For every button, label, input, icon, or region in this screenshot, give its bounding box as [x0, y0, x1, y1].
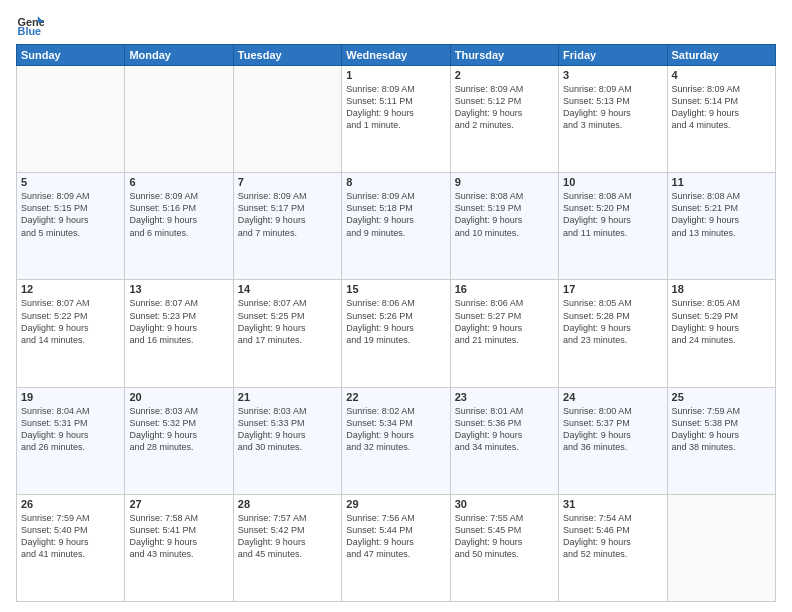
calendar-cell: 21Sunrise: 8:03 AM Sunset: 5:33 PM Dayli…: [233, 387, 341, 494]
day-info: Sunrise: 8:09 AM Sunset: 5:12 PM Dayligh…: [455, 83, 554, 132]
calendar-cell: 15Sunrise: 8:06 AM Sunset: 5:26 PM Dayli…: [342, 280, 450, 387]
calendar-cell: 9Sunrise: 8:08 AM Sunset: 5:19 PM Daylig…: [450, 173, 558, 280]
calendar-cell: 3Sunrise: 8:09 AM Sunset: 5:13 PM Daylig…: [559, 66, 667, 173]
day-info: Sunrise: 8:08 AM Sunset: 5:19 PM Dayligh…: [455, 190, 554, 239]
calendar-cell: 19Sunrise: 8:04 AM Sunset: 5:31 PM Dayli…: [17, 387, 125, 494]
calendar-cell: 11Sunrise: 8:08 AM Sunset: 5:21 PM Dayli…: [667, 173, 775, 280]
calendar-cell: 24Sunrise: 8:00 AM Sunset: 5:37 PM Dayli…: [559, 387, 667, 494]
calendar-cell: 8Sunrise: 8:09 AM Sunset: 5:18 PM Daylig…: [342, 173, 450, 280]
day-number: 22: [346, 391, 445, 403]
day-number: 25: [672, 391, 771, 403]
calendar-cell: 16Sunrise: 8:06 AM Sunset: 5:27 PM Dayli…: [450, 280, 558, 387]
day-number: 19: [21, 391, 120, 403]
day-info: Sunrise: 8:03 AM Sunset: 5:33 PM Dayligh…: [238, 405, 337, 454]
week-row-1: 1Sunrise: 8:09 AM Sunset: 5:11 PM Daylig…: [17, 66, 776, 173]
day-info: Sunrise: 8:02 AM Sunset: 5:34 PM Dayligh…: [346, 405, 445, 454]
weekday-header-row: SundayMondayTuesdayWednesdayThursdayFrid…: [17, 45, 776, 66]
calendar-cell: 31Sunrise: 7:54 AM Sunset: 5:46 PM Dayli…: [559, 494, 667, 601]
calendar-cell: 30Sunrise: 7:55 AM Sunset: 5:45 PM Dayli…: [450, 494, 558, 601]
calendar-cell: [17, 66, 125, 173]
calendar-cell: 29Sunrise: 7:56 AM Sunset: 5:44 PM Dayli…: [342, 494, 450, 601]
day-number: 17: [563, 283, 662, 295]
day-info: Sunrise: 8:01 AM Sunset: 5:36 PM Dayligh…: [455, 405, 554, 454]
day-info: Sunrise: 8:06 AM Sunset: 5:27 PM Dayligh…: [455, 297, 554, 346]
weekday-header-wednesday: Wednesday: [342, 45, 450, 66]
day-number: 13: [129, 283, 228, 295]
calendar-cell: 2Sunrise: 8:09 AM Sunset: 5:12 PM Daylig…: [450, 66, 558, 173]
day-number: 30: [455, 498, 554, 510]
page: General Blue SundayMondayTuesdayWednesda…: [0, 0, 792, 612]
calendar-table: SundayMondayTuesdayWednesdayThursdayFrid…: [16, 44, 776, 602]
calendar-cell: 14Sunrise: 8:07 AM Sunset: 5:25 PM Dayli…: [233, 280, 341, 387]
day-number: 27: [129, 498, 228, 510]
calendar-cell: 12Sunrise: 8:07 AM Sunset: 5:22 PM Dayli…: [17, 280, 125, 387]
calendar-cell: [233, 66, 341, 173]
calendar-cell: 28Sunrise: 7:57 AM Sunset: 5:42 PM Dayli…: [233, 494, 341, 601]
day-number: 8: [346, 176, 445, 188]
day-number: 6: [129, 176, 228, 188]
day-number: 31: [563, 498, 662, 510]
day-info: Sunrise: 7:54 AM Sunset: 5:46 PM Dayligh…: [563, 512, 662, 561]
day-info: Sunrise: 8:09 AM Sunset: 5:17 PM Dayligh…: [238, 190, 337, 239]
day-number: 7: [238, 176, 337, 188]
day-info: Sunrise: 8:08 AM Sunset: 5:21 PM Dayligh…: [672, 190, 771, 239]
day-info: Sunrise: 8:06 AM Sunset: 5:26 PM Dayligh…: [346, 297, 445, 346]
day-info: Sunrise: 7:59 AM Sunset: 5:40 PM Dayligh…: [21, 512, 120, 561]
calendar-cell: 6Sunrise: 8:09 AM Sunset: 5:16 PM Daylig…: [125, 173, 233, 280]
day-info: Sunrise: 7:58 AM Sunset: 5:41 PM Dayligh…: [129, 512, 228, 561]
svg-text:Blue: Blue: [18, 25, 42, 37]
day-info: Sunrise: 8:09 AM Sunset: 5:13 PM Dayligh…: [563, 83, 662, 132]
day-number: 1: [346, 69, 445, 81]
day-info: Sunrise: 7:55 AM Sunset: 5:45 PM Dayligh…: [455, 512, 554, 561]
calendar-cell: 1Sunrise: 8:09 AM Sunset: 5:11 PM Daylig…: [342, 66, 450, 173]
logo: General Blue: [16, 10, 48, 38]
day-info: Sunrise: 8:03 AM Sunset: 5:32 PM Dayligh…: [129, 405, 228, 454]
calendar-cell: 10Sunrise: 8:08 AM Sunset: 5:20 PM Dayli…: [559, 173, 667, 280]
day-info: Sunrise: 8:09 AM Sunset: 5:15 PM Dayligh…: [21, 190, 120, 239]
day-number: 29: [346, 498, 445, 510]
day-number: 5: [21, 176, 120, 188]
calendar-cell: 7Sunrise: 8:09 AM Sunset: 5:17 PM Daylig…: [233, 173, 341, 280]
calendar-cell: 18Sunrise: 8:05 AM Sunset: 5:29 PM Dayli…: [667, 280, 775, 387]
calendar-cell: 5Sunrise: 8:09 AM Sunset: 5:15 PM Daylig…: [17, 173, 125, 280]
day-info: Sunrise: 8:05 AM Sunset: 5:29 PM Dayligh…: [672, 297, 771, 346]
day-info: Sunrise: 8:07 AM Sunset: 5:23 PM Dayligh…: [129, 297, 228, 346]
calendar-cell: 20Sunrise: 8:03 AM Sunset: 5:32 PM Dayli…: [125, 387, 233, 494]
week-row-4: 19Sunrise: 8:04 AM Sunset: 5:31 PM Dayli…: [17, 387, 776, 494]
day-info: Sunrise: 8:05 AM Sunset: 5:28 PM Dayligh…: [563, 297, 662, 346]
calendar-cell: 25Sunrise: 7:59 AM Sunset: 5:38 PM Dayli…: [667, 387, 775, 494]
logo-icon: General Blue: [16, 10, 44, 38]
day-info: Sunrise: 8:07 AM Sunset: 5:25 PM Dayligh…: [238, 297, 337, 346]
weekday-header-friday: Friday: [559, 45, 667, 66]
day-info: Sunrise: 8:09 AM Sunset: 5:14 PM Dayligh…: [672, 83, 771, 132]
day-number: 4: [672, 69, 771, 81]
day-number: 14: [238, 283, 337, 295]
weekday-header-tuesday: Tuesday: [233, 45, 341, 66]
calendar-cell: 13Sunrise: 8:07 AM Sunset: 5:23 PM Dayli…: [125, 280, 233, 387]
day-info: Sunrise: 8:00 AM Sunset: 5:37 PM Dayligh…: [563, 405, 662, 454]
day-info: Sunrise: 8:09 AM Sunset: 5:11 PM Dayligh…: [346, 83, 445, 132]
calendar-cell: 27Sunrise: 7:58 AM Sunset: 5:41 PM Dayli…: [125, 494, 233, 601]
day-info: Sunrise: 7:57 AM Sunset: 5:42 PM Dayligh…: [238, 512, 337, 561]
calendar-cell: 17Sunrise: 8:05 AM Sunset: 5:28 PM Dayli…: [559, 280, 667, 387]
day-number: 26: [21, 498, 120, 510]
day-number: 9: [455, 176, 554, 188]
week-row-2: 5Sunrise: 8:09 AM Sunset: 5:15 PM Daylig…: [17, 173, 776, 280]
day-number: 23: [455, 391, 554, 403]
day-info: Sunrise: 8:08 AM Sunset: 5:20 PM Dayligh…: [563, 190, 662, 239]
day-number: 20: [129, 391, 228, 403]
header: General Blue: [16, 10, 776, 38]
day-number: 2: [455, 69, 554, 81]
day-number: 3: [563, 69, 662, 81]
day-number: 18: [672, 283, 771, 295]
day-number: 15: [346, 283, 445, 295]
day-info: Sunrise: 7:59 AM Sunset: 5:38 PM Dayligh…: [672, 405, 771, 454]
day-number: 12: [21, 283, 120, 295]
calendar-cell: 4Sunrise: 8:09 AM Sunset: 5:14 PM Daylig…: [667, 66, 775, 173]
day-info: Sunrise: 8:04 AM Sunset: 5:31 PM Dayligh…: [21, 405, 120, 454]
day-number: 28: [238, 498, 337, 510]
day-info: Sunrise: 8:07 AM Sunset: 5:22 PM Dayligh…: [21, 297, 120, 346]
day-number: 11: [672, 176, 771, 188]
day-number: 10: [563, 176, 662, 188]
day-info: Sunrise: 7:56 AM Sunset: 5:44 PM Dayligh…: [346, 512, 445, 561]
